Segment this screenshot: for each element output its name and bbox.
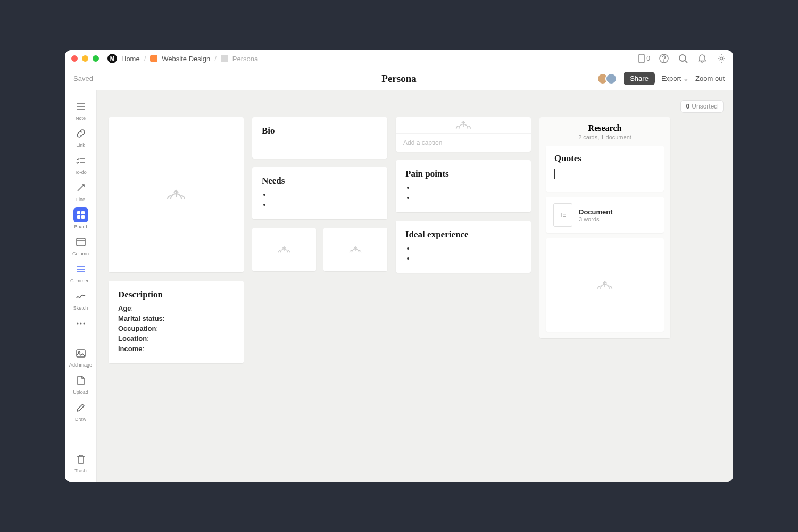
persona-image-placeholder[interactable] — [109, 117, 244, 272]
document-name: Document — [579, 208, 613, 216]
card-title: Quotes — [554, 153, 655, 164]
tool-todo[interactable]: To-do — [68, 151, 94, 177]
checklist-icon — [73, 153, 88, 168]
tool-trash[interactable]: Trash — [68, 450, 94, 476]
tool-add-image[interactable]: Add image — [68, 344, 94, 370]
tool-sketch[interactable]: Sketch — [68, 287, 94, 313]
tool-sidebar: Note Link To-do Line Board Column Commen… — [65, 90, 97, 482]
svg-rect-0 — [639, 54, 644, 63]
window-controls — [71, 55, 99, 62]
document-meta: 3 words — [579, 216, 613, 222]
tool-comment[interactable]: Comment — [68, 260, 94, 286]
unsorted-button[interactable]: 0Unsorted — [680, 100, 724, 113]
collaborator-avatars[interactable] — [600, 73, 617, 85]
card-title: Ideal experience — [405, 229, 521, 240]
svg-rect-9 — [77, 238, 85, 246]
page-color-chip — [221, 55, 228, 62]
card-title: Bio — [262, 126, 378, 136]
comment-icon — [73, 262, 88, 277]
breadcrumb-project[interactable]: Website Design — [162, 55, 210, 63]
svg-point-11 — [80, 323, 81, 325]
search-icon[interactable] — [678, 53, 688, 64]
gear-icon[interactable] — [716, 53, 727, 64]
svg-point-2 — [664, 61, 664, 61]
board-icon — [73, 207, 88, 222]
note-icon — [73, 99, 88, 114]
subheader: Saved Persona Share Export ⌄ Zoom out — [65, 67, 733, 90]
column-icon — [73, 235, 88, 250]
bio-card[interactable]: Bio — [252, 117, 387, 159]
titlebar: M Home / Website Design / Persona 0 — [65, 50, 733, 67]
more-icon — [73, 316, 88, 331]
document-icon: T≡ — [553, 203, 572, 227]
card-title: Pain points — [405, 169, 521, 179]
arrow-icon — [73, 180, 88, 195]
captioned-image-card[interactable]: Add a caption — [396, 117, 531, 152]
tool-draw[interactable]: Draw — [68, 398, 94, 424]
tool-upload[interactable]: Upload — [68, 371, 94, 397]
needs-card[interactable]: Needs — [252, 167, 387, 219]
bell-icon[interactable] — [697, 53, 708, 64]
breadcrumb-page[interactable]: Persona — [232, 55, 258, 63]
zoom-out-button[interactable]: Zoom out — [695, 74, 725, 82]
pencil-icon — [73, 400, 88, 415]
research-title: Research — [546, 123, 664, 133]
svg-rect-5 — [77, 211, 80, 214]
tool-board[interactable]: Board — [68, 205, 94, 231]
svg-rect-6 — [81, 211, 85, 214]
svg-point-3 — [679, 55, 686, 61]
tool-note[interactable]: Note — [68, 97, 94, 123]
main: Note Link To-do Line Board Column Commen… — [65, 90, 733, 482]
breadcrumb: M Home / Website Design / Persona — [107, 54, 258, 63]
card-title: Needs — [262, 176, 378, 186]
text-cursor — [554, 169, 555, 179]
tool-link[interactable]: Link — [68, 124, 94, 150]
app-window: M Home / Website Design / Persona 0 — [65, 50, 733, 482]
tool-more[interactable] — [68, 314, 94, 333]
image-placeholder[interactable] — [252, 228, 316, 271]
caption-input[interactable]: Add a caption — [396, 133, 531, 152]
link-icon — [73, 126, 88, 141]
page-title[interactable]: Persona — [381, 73, 416, 85]
card-title: Description — [118, 289, 234, 300]
separator-icon: / — [144, 55, 146, 63]
image-placeholder[interactable] — [546, 238, 664, 332]
file-icon — [73, 373, 88, 388]
separator-icon: / — [214, 55, 217, 63]
minimize-window-icon[interactable] — [82, 55, 88, 62]
tool-column[interactable]: Column — [68, 232, 94, 259]
pain-points-card[interactable]: Pain points — [396, 160, 531, 212]
svg-rect-8 — [81, 215, 85, 219]
ideal-experience-card[interactable]: Ideal experience — [396, 221, 531, 273]
image-placeholder[interactable] — [396, 117, 531, 133]
canvas[interactable]: 0Unsorted Description Age: Marital statu… — [97, 90, 733, 482]
save-status: Saved — [73, 74, 93, 82]
svg-point-10 — [77, 323, 78, 325]
app-logo-icon[interactable]: M — [107, 54, 117, 63]
svg-point-4 — [720, 57, 723, 60]
maximize-window-icon[interactable] — [93, 55, 99, 62]
svg-rect-7 — [77, 215, 80, 219]
avatar — [605, 73, 617, 85]
device-count-value: 0 — [646, 55, 650, 62]
close-window-icon[interactable] — [71, 55, 78, 62]
document-item[interactable]: T≡ Document 3 words — [546, 197, 664, 233]
svg-point-12 — [83, 323, 85, 325]
research-column[interactable]: Research 2 cards, 1 document Quotes T≡ D… — [539, 117, 670, 338]
quotes-card[interactable]: Quotes — [546, 146, 664, 192]
image-icon — [73, 346, 88, 361]
project-color-chip — [150, 55, 157, 62]
breadcrumb-home[interactable]: Home — [121, 55, 140, 63]
description-card[interactable]: Description Age: Marital status: Occupat… — [109, 281, 244, 363]
research-subtitle: 2 cards, 1 document — [546, 134, 664, 140]
sketch-icon — [73, 289, 88, 304]
help-icon[interactable] — [659, 53, 669, 64]
share-button[interactable]: Share — [624, 72, 655, 85]
image-placeholder[interactable] — [323, 228, 387, 271]
trash-icon — [73, 452, 88, 467]
tool-line[interactable]: Line — [68, 178, 94, 204]
device-count[interactable]: 0 — [638, 54, 650, 63]
export-button[interactable]: Export ⌄ — [661, 74, 689, 82]
chevron-down-icon: ⌄ — [683, 74, 689, 82]
